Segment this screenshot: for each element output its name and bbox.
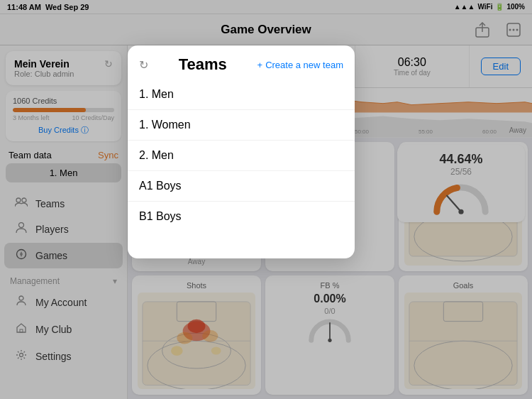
team-list-item-women1[interactable]: 1. Women: [128, 109, 355, 140]
plus-icon: +: [257, 60, 263, 70]
teams-modal: ↻ Teams + Create a new team 1. Men 1. Wo…: [128, 45, 355, 258]
team-list-item-a1boys[interactable]: A1 Boys: [128, 170, 355, 201]
modal-header-actions: + Create a new team: [257, 60, 343, 70]
team-list-item-men2[interactable]: 2. Men: [128, 140, 355, 170]
team-list-item-b1boys[interactable]: B1 Boys: [128, 201, 355, 231]
team-list: 1. Men 1. Women 2. Men A1 Boys B1 Boys: [128, 80, 355, 231]
team-list-item-men1[interactable]: 1. Men: [128, 80, 355, 109]
modal-overlay[interactable]: ↻ Teams + Create a new team 1. Men 1. Wo…: [0, 0, 532, 399]
create-new-label: Create a new team: [265, 60, 343, 70]
modal-refresh-button[interactable]: ↻: [139, 58, 148, 72]
modal-title: Teams: [179, 55, 227, 74]
create-new-team-button[interactable]: + Create a new team: [257, 60, 343, 70]
modal-header: ↻ Teams + Create a new team: [128, 45, 355, 80]
